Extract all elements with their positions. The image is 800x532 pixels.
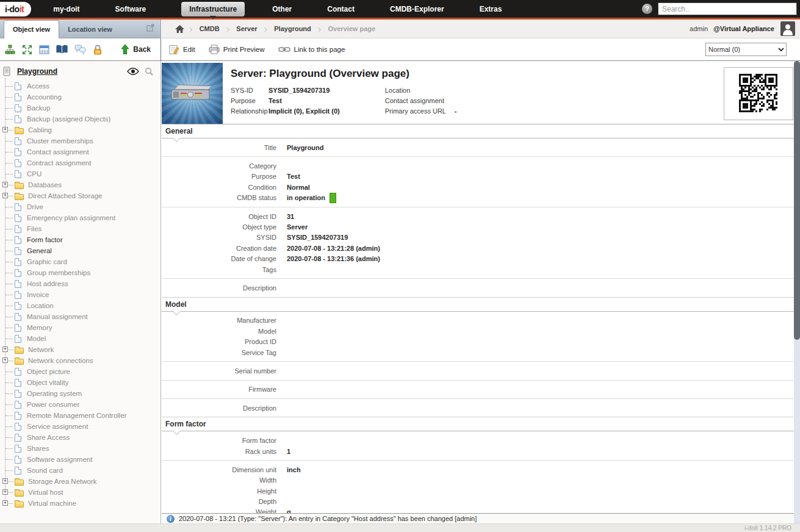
- field-label: Description: [162, 284, 287, 292]
- section-header-form-factor[interactable]: Form factor: [162, 417, 794, 431]
- tree-item-storage-area-network[interactable]: +Storage Area Network: [0, 476, 160, 487]
- magnifier-icon[interactable]: [145, 67, 153, 76]
- eye-icon[interactable]: [127, 68, 139, 75]
- breadcrumb-cmdb[interactable]: CMDB: [200, 25, 220, 32]
- print-preview-button[interactable]: Print Preview: [209, 45, 265, 54]
- tree-item-access[interactable]: Access: [0, 81, 160, 92]
- expander-icon[interactable]: +: [2, 182, 8, 187]
- section-header-general[interactable]: General: [162, 124, 794, 138]
- tree-item-object-vitality[interactable]: Object vitality: [0, 377, 160, 388]
- home-icon[interactable]: [175, 25, 184, 33]
- info-pair-purpose: PurposeTest: [231, 97, 340, 104]
- sitemap-icon[interactable]: [5, 45, 15, 55]
- tab-object-view[interactable]: Object view: [4, 20, 59, 38]
- search-input[interactable]: [658, 2, 797, 15]
- expand-tree-icon[interactable]: [22, 45, 32, 55]
- tree-item-group-memberships[interactable]: Group memberships: [0, 267, 160, 278]
- menu-item-infrastructure[interactable]: Infrastructure: [181, 2, 245, 16]
- tree-item-memory[interactable]: Memory: [0, 322, 160, 333]
- scrollbar-thumb[interactable]: [794, 61, 800, 340]
- tree-connector: [5, 207, 13, 207]
- vertical-scrollbar[interactable]: [794, 61, 800, 523]
- field-label: Product ID: [162, 338, 287, 345]
- tree-item-invoice[interactable]: Invoice: [0, 289, 160, 300]
- tree-item-cluster-memberships[interactable]: Cluster memberships: [0, 135, 160, 146]
- expander-icon[interactable]: +: [2, 500, 8, 506]
- tree-item-contract-assignment[interactable]: Contract assignment: [0, 157, 160, 168]
- expander-icon[interactable]: +: [2, 127, 8, 132]
- tree-item-accounting[interactable]: Accounting: [0, 92, 160, 102]
- tree-item-host-address[interactable]: Host address: [0, 278, 160, 289]
- expander-icon[interactable]: +: [2, 358, 8, 363]
- sidebar-root-link[interactable]: Playground: [17, 67, 57, 76]
- tree-item-label: Accounting: [27, 93, 62, 101]
- tree-item-manual-assignment[interactable]: Manual assignment: [0, 311, 160, 322]
- tree-item-graphic-card[interactable]: Graphic card: [0, 256, 160, 267]
- section-header-model[interactable]: Model: [162, 298, 794, 312]
- tree-item-software-assignment[interactable]: Software assignment: [0, 454, 160, 465]
- tree-item-form-factor[interactable]: Form factor: [0, 234, 160, 245]
- tree-item-network[interactable]: +Network: [0, 344, 160, 355]
- tree-item-virtual-host[interactable]: +Virtual host: [0, 487, 160, 498]
- menu-item-my-doit[interactable]: my-doit: [53, 5, 79, 13]
- tree-item-direct-attached-storage[interactable]: +Direct Attached Storage: [0, 190, 160, 201]
- calendar-icon[interactable]: [39, 45, 49, 55]
- user-avatar[interactable]: [780, 21, 795, 36]
- tree-item-network-connections[interactable]: +Network connections: [0, 355, 160, 366]
- idoit-logo[interactable]: i-doit: [0, 2, 31, 16]
- link-to-page-button[interactable]: Link to this page: [278, 46, 345, 53]
- tree-item-cpu[interactable]: CPU: [0, 168, 160, 179]
- lock-icon[interactable]: [93, 45, 103, 55]
- tree-item-files[interactable]: Files: [0, 223, 160, 234]
- crumb-separator: ›: [264, 24, 268, 34]
- external-link-icon[interactable]: [146, 23, 154, 34]
- menu-item-other[interactable]: Other: [272, 5, 292, 13]
- tree-item-drive[interactable]: Drive: [0, 201, 160, 212]
- tree-item-virtual-machine[interactable]: +Virtual machine: [0, 498, 160, 509]
- tree-item-contact-assignment[interactable]: Contact assignment: [0, 146, 160, 157]
- tree-item-sound-card[interactable]: Sound card: [0, 465, 160, 476]
- field-row-purpose: PurposeTest: [162, 171, 794, 182]
- tree-connector: [5, 470, 13, 471]
- tree-item-cabling[interactable]: +Cabling: [0, 124, 160, 135]
- menu-item-contact[interactable]: Contact: [327, 5, 355, 13]
- tree-connector: [5, 426, 13, 427]
- tree-item-model[interactable]: Model: [0, 333, 160, 344]
- field-label: Firmware: [162, 386, 287, 393]
- tree-item-general[interactable]: General: [0, 245, 160, 256]
- expander-icon[interactable]: +: [2, 193, 8, 198]
- tree-item-service-assignment[interactable]: Service assignment: [0, 421, 160, 432]
- tree-item-power-consumer[interactable]: Power consumer: [0, 399, 160, 410]
- help-icon[interactable]: ?: [642, 4, 652, 14]
- menu-item-cmdb-explorer[interactable]: CMDB-Explorer: [390, 5, 444, 13]
- status-select[interactable]: Normal (0): [705, 43, 787, 56]
- tree-item-label: Emergency plan assignment: [27, 214, 115, 221]
- tree-item-backup[interactable]: Backup: [0, 102, 160, 113]
- edit-button[interactable]: Edit: [169, 45, 195, 55]
- section-title: General: [165, 127, 193, 135]
- tree-item-remote-management-controller[interactable]: Remote Management Controller: [0, 410, 160, 421]
- comments-icon[interactable]: [74, 45, 86, 55]
- expander-icon[interactable]: +: [2, 478, 8, 484]
- field-value: SYSID_1594207319: [287, 234, 348, 241]
- tree-item-emergency-plan-assignment[interactable]: Emergency plan assignment: [0, 212, 160, 223]
- tree-item-backup-assigned-objects[interactable]: Backup (assigned Objects): [0, 113, 160, 124]
- tree-item-label: Service assignment: [27, 423, 88, 430]
- tree-item-share-access[interactable]: Share Access: [0, 432, 160, 443]
- breadcrumb: ›CMDB›Server›Playground›Overview page: [188, 24, 381, 34]
- menu-item-extras[interactable]: Extras: [480, 5, 502, 13]
- breadcrumb-playground[interactable]: Playground: [274, 25, 311, 32]
- expander-icon[interactable]: +: [2, 347, 8, 352]
- tree-item-location[interactable]: Location: [0, 300, 160, 311]
- tab-location-view[interactable]: Location view: [59, 21, 121, 38]
- menu-item-software[interactable]: Software: [115, 5, 146, 13]
- back-button[interactable]: Back: [121, 45, 154, 54]
- tree-item-databases[interactable]: +Databases: [0, 179, 160, 190]
- expander-icon[interactable]: +: [2, 489, 8, 495]
- tree-item-object-picture[interactable]: Object picture: [0, 366, 160, 377]
- breadcrumb-server[interactable]: Server: [236, 25, 257, 32]
- book-icon[interactable]: [56, 45, 68, 54]
- tree-item-shares[interactable]: Shares: [0, 443, 160, 454]
- tree-item-label: Group memberships: [27, 269, 90, 276]
- tree-item-operating-system[interactable]: Operating system: [0, 388, 160, 399]
